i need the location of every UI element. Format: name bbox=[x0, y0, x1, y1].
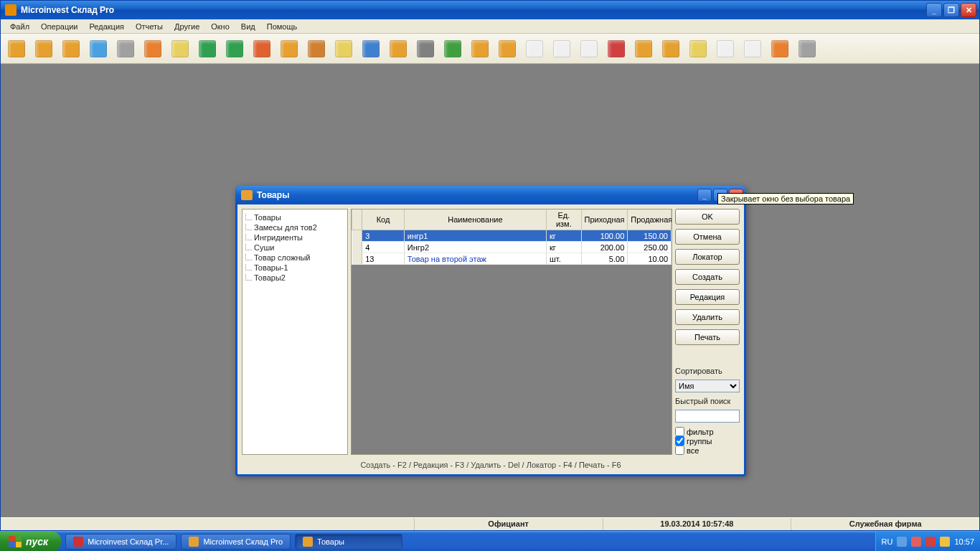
tb-page3[interactable] bbox=[578, 37, 600, 60]
tb-page-icon bbox=[526, 40, 543, 57]
delete-button[interactable]: Удалить bbox=[675, 309, 740, 325]
col-header[interactable]: Ед. изм. bbox=[547, 209, 582, 230]
sort-select[interactable]: Имя bbox=[675, 380, 740, 392]
tree-item[interactable]: Товары2 bbox=[244, 273, 346, 283]
table-row[interactable]: 13Товар на второй этажшт.5.0010.00 bbox=[352, 253, 672, 265]
tb-clipboard-icon bbox=[281, 40, 298, 57]
tb-arrow-r[interactable] bbox=[196, 37, 219, 60]
quick-search-input[interactable] bbox=[675, 410, 740, 423]
tray-icon-1[interactable] bbox=[897, 537, 907, 547]
tree-item[interactable]: Ингридиенты bbox=[244, 232, 346, 242]
tray-icon-2[interactable] bbox=[911, 537, 921, 547]
app-restore-button[interactable]: ❐ bbox=[943, 3, 959, 17]
tb-arrow-l[interactable] bbox=[250, 37, 273, 60]
cancel-button[interactable]: Отмена bbox=[675, 229, 740, 245]
tb-user[interactable] bbox=[141, 37, 164, 60]
locator-button[interactable]: Локатор bbox=[675, 249, 740, 265]
tray-icon-3[interactable] bbox=[925, 537, 936, 547]
tb-arrow-ok-icon bbox=[226, 40, 243, 57]
tree-item[interactable]: Товары-1 bbox=[244, 263, 346, 273]
check-все[interactable]: все bbox=[675, 446, 740, 455]
dialog-title-bar[interactable]: Товары _ □ ✕ bbox=[235, 186, 746, 204]
goods-grid[interactable]: КодНаименованиеЕд. изм.ПриходнаяПродажна… bbox=[351, 209, 672, 455]
tb-doc-open[interactable] bbox=[32, 37, 55, 60]
taskbar-task[interactable]: Microinvest Склад Pr... bbox=[65, 534, 176, 550]
col-header[interactable]: Наименование bbox=[404, 209, 546, 230]
taskbar-task[interactable]: Товары bbox=[295, 534, 402, 550]
cancel-tooltip: Закрывает окно без выбора товара bbox=[717, 193, 854, 204]
tb-mail-icon bbox=[335, 40, 352, 57]
status-firm: Служебная фирма bbox=[791, 518, 979, 530]
menu-файл[interactable]: Файл bbox=[5, 21, 34, 32]
ok-button[interactable]: OK bbox=[675, 209, 740, 225]
dialog-title: Товары bbox=[257, 190, 289, 200]
menu-вид[interactable]: Вид bbox=[236, 21, 260, 32]
tree-item[interactable]: Товары bbox=[244, 212, 346, 222]
tb-page2[interactable] bbox=[550, 37, 573, 60]
tree-item[interactable]: Суши bbox=[244, 242, 346, 253]
tb-page[interactable] bbox=[523, 37, 546, 60]
check-группы[interactable]: группы bbox=[675, 436, 740, 446]
print-button[interactable]: Печать bbox=[675, 329, 740, 345]
goods-dialog: Товары _ □ ✕ ТоварыЗамесы для тов2Ингрид… bbox=[235, 186, 746, 476]
tb-box-icon bbox=[62, 40, 80, 57]
system-tray[interactable]: RU 10:57 bbox=[875, 532, 980, 552]
mdi-area: Товары _ □ ✕ ТоварыЗамесы для тов2Ингрид… bbox=[1, 64, 979, 517]
col-header[interactable]: Приходная bbox=[581, 209, 628, 230]
tb-person[interactable] bbox=[359, 37, 382, 60]
tb-recycle[interactable] bbox=[605, 37, 628, 60]
menu-операции[interactable]: Операции bbox=[36, 21, 83, 32]
edit-button[interactable]: Редакция bbox=[675, 289, 740, 305]
tb-doc2[interactable] bbox=[714, 37, 737, 60]
dialog-minimize-button[interactable]: _ bbox=[697, 189, 712, 202]
table-row[interactable]: 3ингр1кг100.00150.00 bbox=[352, 230, 672, 242]
tb-gear[interactable] bbox=[796, 37, 819, 60]
col-header[interactable]: Продажная bbox=[628, 209, 672, 230]
menu-отчеты[interactable]: Отчеты bbox=[131, 21, 168, 32]
tb-mail2[interactable] bbox=[687, 37, 710, 60]
tb-note[interactable] bbox=[169, 37, 192, 60]
tb-paste2[interactable] bbox=[659, 37, 682, 60]
start-button[interactable]: пуск bbox=[0, 532, 61, 552]
taskbar-task[interactable]: Microinvest Склад Pro bbox=[181, 534, 291, 550]
tb-paste[interactable] bbox=[632, 37, 655, 60]
tb-box[interactable] bbox=[60, 37, 83, 60]
col-header[interactable]: Код bbox=[362, 209, 405, 230]
tb-mail[interactable] bbox=[332, 37, 355, 60]
tb-page2-icon bbox=[553, 40, 570, 57]
tb-user2[interactable] bbox=[768, 37, 791, 60]
tb-arrow-ok[interactable] bbox=[223, 37, 246, 60]
tb-keys[interactable] bbox=[414, 37, 437, 60]
app-window: Microinvest Склад Pro _ ❐ ✕ ФайлОперации… bbox=[0, 0, 980, 531]
tray-lang[interactable]: RU bbox=[882, 537, 893, 546]
tb-book[interactable] bbox=[305, 37, 328, 60]
tray-icon-4[interactable] bbox=[940, 537, 950, 547]
table-row[interactable]: 4Ингр2кг200.00250.00 bbox=[352, 242, 672, 253]
tb-box2[interactable] bbox=[496, 37, 519, 60]
app-title-bar[interactable]: Microinvest Склад Pro _ ❐ ✕ bbox=[1, 1, 979, 19]
check-фильтр[interactable]: фильтр bbox=[675, 427, 740, 436]
menu-помощь[interactable]: Помощь bbox=[262, 21, 303, 32]
tb-contact[interactable] bbox=[741, 37, 764, 60]
tb-cart[interactable] bbox=[468, 37, 491, 60]
app-title: Microinvest Склад Pro bbox=[21, 5, 114, 15]
app-close-button[interactable]: ✕ bbox=[961, 3, 976, 17]
tb-package[interactable] bbox=[387, 37, 410, 60]
category-tree[interactable]: ТоварыЗамесы для тов2ИнгридиентыСушиТова… bbox=[242, 209, 348, 455]
tb-user-icon bbox=[144, 40, 161, 57]
tb-cloud[interactable] bbox=[114, 37, 137, 60]
status-bar: Официант 19.03.2014 10:57:48 Служебная ф… bbox=[1, 517, 979, 530]
app-minimize-button[interactable]: _ bbox=[926, 3, 942, 17]
tb-refresh[interactable] bbox=[441, 37, 464, 60]
tb-recycle-icon bbox=[608, 40, 625, 57]
tb-doc-new[interactable] bbox=[5, 37, 28, 60]
menu-окно[interactable]: Окно bbox=[206, 21, 235, 32]
menu-другие[interactable]: Другие bbox=[169, 21, 204, 32]
tree-item[interactable]: Замесы для тов2 bbox=[244, 222, 346, 232]
menu-редакция[interactable]: Редакция bbox=[85, 21, 129, 32]
create-button[interactable]: Создать bbox=[675, 269, 740, 285]
tree-item[interactable]: Товар сложный bbox=[244, 253, 346, 263]
tb-clipboard[interactable] bbox=[278, 37, 301, 60]
tb-star[interactable] bbox=[87, 37, 110, 60]
toolbar bbox=[1, 34, 979, 64]
